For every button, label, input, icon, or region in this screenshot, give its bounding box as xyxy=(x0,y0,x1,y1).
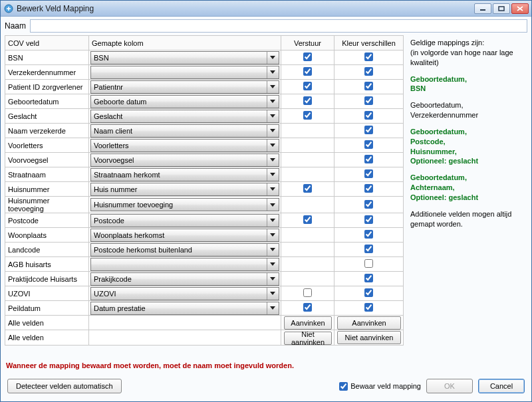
save-mapping-row[interactable]: Bewaar veld mapping xyxy=(339,382,421,391)
mapped-column-combo[interactable]: Straatnaam herkomt xyxy=(90,168,279,181)
mapped-column-combo[interactable]: Voorvoegsel xyxy=(90,153,279,167)
color-checkbox[interactable] xyxy=(364,259,373,268)
send-checkbox[interactable] xyxy=(303,67,312,76)
detect-fields-button[interactable]: Detecteer velden automatisch xyxy=(7,379,122,393)
combo-text: Postcode xyxy=(94,217,267,225)
mapped-column-combo[interactable]: UZOVI xyxy=(90,287,279,300)
table-row: GeboortedatumGeboorte datum xyxy=(5,94,404,109)
table-row: Verzekerdennummer xyxy=(5,65,404,80)
send-uncheck-all-button[interactable]: Niet aanvinken xyxy=(284,332,332,345)
color-checkbox[interactable] xyxy=(364,274,373,282)
send-checkbox[interactable] xyxy=(303,52,312,61)
mapped-column-combo[interactable] xyxy=(90,66,279,79)
mapped-column-combo[interactable]: Prakijkcode xyxy=(90,272,279,286)
mapped-column-combo[interactable]: Huisnummer toevoeging xyxy=(90,198,279,211)
mapped-column-combo[interactable]: BSN xyxy=(90,51,279,64)
minimize-button[interactable] xyxy=(474,3,491,14)
mapped-column-combo[interactable]: Postcode herkomst buitenland xyxy=(90,243,279,256)
chevron-down-icon xyxy=(267,52,277,64)
table-row: AGB huisarts xyxy=(5,257,404,272)
name-label: Naam xyxy=(5,21,26,31)
cov-field-cell: Praktijdcode Huisarts xyxy=(5,272,89,286)
color-checkbox[interactable] xyxy=(364,184,373,193)
cov-field-cell: Geslacht xyxy=(5,109,89,124)
chevron-down-icon xyxy=(267,154,277,166)
maximize-button[interactable] xyxy=(493,3,510,14)
color-checkbox[interactable] xyxy=(364,140,373,149)
color-uncheck-all-button[interactable]: Niet aanvinken xyxy=(337,331,401,344)
window-title: Bewerk Veld Mapping xyxy=(17,4,474,13)
cov-field-cell: Patient ID zorgverlener xyxy=(5,80,89,94)
warning-text: Wanneer de mapping bewaard moet worden, … xyxy=(5,357,527,376)
middle-area: COV veld Gemapte kolom Verstuur Kleur ve… xyxy=(5,35,527,357)
send-checkbox[interactable] xyxy=(303,96,312,105)
send-checkbox[interactable] xyxy=(303,111,312,120)
app-icon xyxy=(3,3,14,14)
color-checkbox[interactable] xyxy=(364,67,373,76)
combo-text: Datum prestatie xyxy=(94,304,267,312)
table-footer-uncheck-row: Alle velden Niet aanvinken Niet aanvinke… xyxy=(5,330,404,346)
close-button[interactable] xyxy=(511,3,529,14)
send-checkbox[interactable] xyxy=(303,288,312,297)
save-mapping-checkbox[interactable] xyxy=(339,382,348,391)
cancel-button[interactable]: Cancel xyxy=(478,379,525,393)
color-checkbox[interactable] xyxy=(364,215,373,224)
mapped-column-combo[interactable]: Naam client xyxy=(90,124,279,138)
footer-label: Alle velden xyxy=(5,316,89,330)
send-checkbox[interactable] xyxy=(303,184,312,193)
cov-field-cell: Huisnummer toevoeging xyxy=(5,197,89,213)
cov-field-cell: Landcode xyxy=(5,243,89,257)
chevron-down-icon xyxy=(267,125,277,137)
color-checkbox[interactable] xyxy=(364,82,373,90)
color-checkbox[interactable] xyxy=(364,169,373,178)
table-row: LandcodePostcode herkomst buitenland xyxy=(5,243,404,257)
mapped-column-combo[interactable] xyxy=(90,258,279,271)
mapped-column-combo[interactable]: Geslacht xyxy=(90,110,279,123)
mapped-column-combo[interactable]: Datum prestatie xyxy=(90,302,279,315)
table-row: PeildatumDatum prestatie xyxy=(5,301,404,316)
chevron-down-icon xyxy=(267,273,277,285)
side-intro-1: Geldige mappings zijn: xyxy=(410,39,484,47)
combo-text: Voorvoegsel xyxy=(94,156,267,164)
mapped-column-combo[interactable]: Patientnr xyxy=(90,80,279,94)
name-input[interactable] xyxy=(30,19,527,33)
footer-bar: Detecteer velden automatisch Bewaar veld… xyxy=(5,376,527,397)
mapped-column-combo[interactable]: Woonplaats herkomst xyxy=(90,229,279,242)
send-checkbox[interactable] xyxy=(303,303,312,312)
color-checkbox[interactable] xyxy=(364,303,373,312)
cov-field-cell: Voorletters xyxy=(5,138,89,153)
mapped-column-combo[interactable]: Voorletters xyxy=(90,139,279,152)
chevron-down-icon xyxy=(267,244,277,256)
color-checkbox[interactable] xyxy=(364,96,373,105)
chevron-down-icon xyxy=(267,258,277,270)
color-checkbox[interactable] xyxy=(364,230,373,239)
color-checkbox[interactable] xyxy=(364,111,373,120)
cov-field-cell: Woonplaats xyxy=(5,228,89,243)
color-checkbox[interactable] xyxy=(364,126,373,134)
color-checkbox[interactable] xyxy=(364,155,373,163)
table-row: Naam verzekerdeNaam client xyxy=(5,124,404,138)
color-check-all-button[interactable]: Aanvinken xyxy=(337,316,401,330)
cov-field-cell: Geboortedatum xyxy=(5,94,89,109)
name-row: Naam xyxy=(5,19,527,33)
color-checkbox[interactable] xyxy=(364,245,373,253)
color-checkbox[interactable] xyxy=(364,288,373,297)
color-checkbox[interactable] xyxy=(364,200,373,209)
cov-field-cell: AGB huisarts xyxy=(5,257,89,272)
cov-field-cell: Peildatum xyxy=(5,301,89,316)
color-checkbox[interactable] xyxy=(364,52,373,61)
header-verstuur: Verstuur xyxy=(281,36,334,50)
send-check-all-button[interactable]: Aanvinken xyxy=(284,316,332,330)
combo-text: Voorletters xyxy=(94,142,267,150)
mapped-column-combo[interactable]: Postcode xyxy=(90,214,279,227)
send-checkbox[interactable] xyxy=(303,82,312,90)
ok-button[interactable]: OK xyxy=(426,379,473,393)
titlebar: Bewerk Veld Mapping xyxy=(1,1,531,17)
side-intro-2: (in volgorde van hoge naar lage kwalitei… xyxy=(410,49,513,66)
combo-text: Naam client xyxy=(94,127,267,135)
chevron-down-icon xyxy=(267,302,277,314)
cov-field-cell: Voorvoegsel xyxy=(5,153,89,167)
mapped-column-combo[interactable]: Huis nummer xyxy=(90,183,279,196)
mapped-column-combo[interactable]: Geboorte datum xyxy=(90,95,279,108)
send-checkbox[interactable] xyxy=(303,215,312,224)
